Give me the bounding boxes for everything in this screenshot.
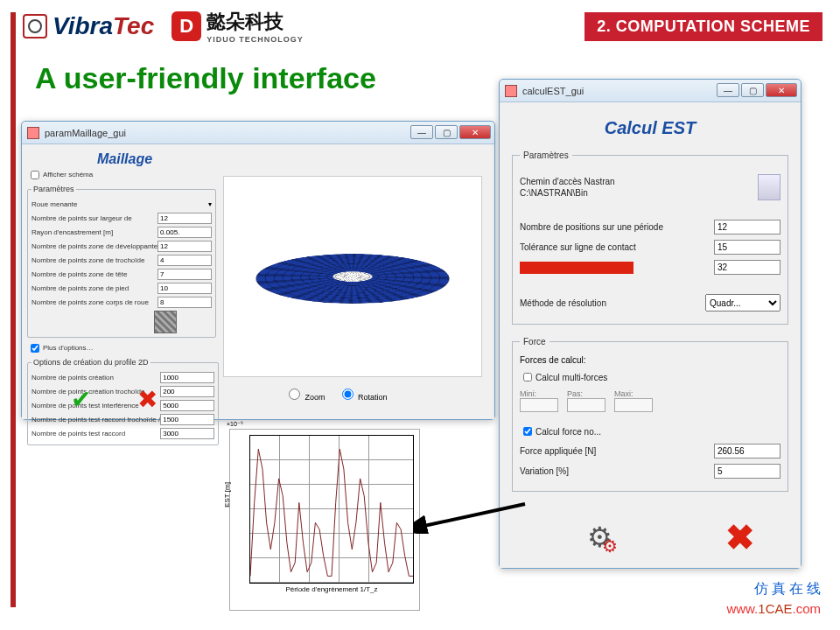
- chart-ylabel: EST [m]: [223, 482, 231, 508]
- o-input[interactable]: [160, 400, 214, 411]
- close-button[interactable]: ✕: [459, 125, 491, 139]
- rotation-radio[interactable]: Rotation: [338, 386, 388, 402]
- yiduo-en: YIDUO TECHNOLOGY: [206, 35, 304, 44]
- mesh-3d-view[interactable]: [223, 176, 482, 377]
- slide-accent-bar: [10, 12, 16, 607]
- plus-options-checkbox[interactable]: [31, 344, 39, 353]
- o-input[interactable]: [160, 386, 214, 397]
- variation-input[interactable]: [714, 464, 780, 479]
- tol-contact-label: Tolérance sur ligne de contact: [520, 242, 714, 252]
- est-result-chart: ×10⁻⁵ EST [m] Période d'engrènement 1/T_…: [229, 429, 420, 611]
- positions-label: Nombre de positions sur une période: [520, 222, 714, 232]
- dropdown-icon[interactable]: ▾: [208, 200, 212, 208]
- parametres-group: Paramètres Roue menante▾ Nombre de point…: [27, 185, 216, 338]
- pas-label: Pas:: [567, 389, 606, 398]
- roue-menante-label: Roue menante: [32, 200, 208, 208]
- est-force-legend: Force: [520, 337, 550, 346]
- method-select[interactable]: Quadr...: [705, 294, 780, 312]
- close-button[interactable]: ✕: [766, 83, 797, 97]
- multi-forces-label: Calcul multi-forces: [536, 373, 780, 382]
- brand-tec: Tec: [113, 12, 154, 40]
- matlab-icon: [27, 127, 39, 139]
- est-parametres-legend: Paramètres: [520, 150, 572, 160]
- matlab-icon: [505, 85, 517, 97]
- run-button[interactable]: ⚙⚙: [587, 521, 628, 554]
- yiduo-cn: 懿朵科技: [206, 9, 304, 35]
- watermark-url: www.1CAE.com: [726, 601, 821, 616]
- o-label: Nombre de points création: [32, 374, 160, 382]
- calcul-est-window: calculEST_gui — ▢ ✕ Calcul EST Paramètre…: [499, 79, 802, 569]
- page-title: A user-friendly interface: [35, 61, 376, 95]
- yiduo-logo: D 懿朵科技 YIDUO TECHNOLOGY: [172, 9, 304, 44]
- plus-options-label: Plus d'options…: [43, 344, 202, 352]
- method-label: Méthode de résolution: [520, 298, 705, 308]
- force-appliquee-input[interactable]: [714, 444, 780, 458]
- tol-contact-input[interactable]: [714, 240, 780, 255]
- chart-y-scale: ×10⁻⁵: [227, 421, 243, 428]
- force-nominale-label: Calcul force no...: [536, 427, 780, 437]
- calcul-est-heading: Calcul EST: [510, 118, 790, 138]
- p-input[interactable]: [158, 213, 212, 224]
- mesh-icon[interactable]: [154, 311, 177, 333]
- p-input[interactable]: [158, 269, 212, 280]
- o-input[interactable]: [160, 372, 214, 383]
- positions-input[interactable]: [714, 220, 780, 234]
- mini-label: Mini:: [520, 389, 558, 398]
- maximize-button[interactable]: ▢: [435, 125, 458, 139]
- minimize-button[interactable]: —: [717, 83, 739, 97]
- watermark-cn: 仿 真 在 线: [754, 580, 821, 598]
- p-label: Nombre de points zone de trochoïde: [32, 256, 158, 264]
- forces-de-calcul-label: Forces de calcul:: [520, 355, 780, 365]
- section-banner: 2. COMPUTATION SCHEME: [584, 12, 822, 41]
- tol-angle-input[interactable]: [714, 260, 780, 275]
- p-input[interactable]: [158, 227, 212, 238]
- vibratec-icon: [23, 14, 47, 38]
- maxi-input[interactable]: [614, 398, 653, 412]
- calcul-est-title: calculEST_gui: [522, 86, 584, 96]
- est-force-group: Force Forces de calcul: Calcul multi-for…: [512, 337, 788, 492]
- calcul-est-titlebar[interactable]: calculEST_gui — ▢ ✕: [500, 80, 801, 102]
- pas-input[interactable]: [567, 398, 606, 412]
- minimize-button[interactable]: —: [410, 125, 433, 139]
- p-label: Nombre de points zone de pied: [32, 284, 158, 292]
- options-2d-legend: Options de création du profile 2D: [32, 358, 150, 367]
- p-input[interactable]: [158, 283, 212, 294]
- p-input[interactable]: [158, 255, 212, 266]
- zoom-radio[interactable]: Zoom: [284, 386, 326, 402]
- folder-icon[interactable]: [758, 174, 780, 200]
- est-parametres-group: Paramètres Chemin d'accès Nastran C:\NAS…: [512, 150, 788, 325]
- multi-forces-checkbox[interactable]: [523, 373, 532, 382]
- force-nominale-checkbox[interactable]: [523, 427, 532, 436]
- p-label: Nombre de points zone de tête: [32, 270, 158, 278]
- options-2d-group: Options de création du profile 2D Nombre…: [27, 358, 219, 445]
- p-label: Nombre de points zone corps de roue: [32, 298, 158, 306]
- p-label: Nombre de points zone de développante: [32, 242, 158, 250]
- afficher-schema-checkbox[interactable]: [31, 171, 39, 179]
- maxi-label: Maxi:: [614, 389, 653, 398]
- highlighted-tolerance-label: [520, 262, 634, 274]
- nastran-label: Chemin d'accès Nastran: [520, 176, 615, 187]
- o-input[interactable]: [160, 414, 214, 425]
- o-input[interactable]: [160, 428, 214, 439]
- maillage-window-title: paramMaillage_gui: [45, 128, 126, 138]
- maillage-heading: Maillage: [97, 151, 489, 167]
- parametres-legend: Paramètres: [32, 185, 76, 193]
- gear-disk-mesh: [247, 254, 458, 304]
- validate-button[interactable]: ✔: [71, 388, 91, 412]
- p-label: Nombre de points sur largeur de: [32, 214, 158, 222]
- brand-vibra: Vibra: [52, 12, 113, 40]
- chart-xlabel: Période d'engrènement 1/T_z: [249, 585, 414, 593]
- maillage-titlebar[interactable]: paramMaillage_gui — ▢ ✕: [22, 122, 494, 144]
- cancel-button[interactable]: ✖: [725, 517, 755, 557]
- p-input[interactable]: [158, 241, 212, 252]
- force-appliquee-label: Force appliquée [N]: [520, 446, 714, 456]
- maximize-button[interactable]: ▢: [741, 83, 764, 97]
- cancel-button[interactable]: ✖: [137, 388, 158, 412]
- variation-label: Variation [%]: [520, 466, 714, 476]
- nastran-path-value: C:\NASTRAN\Bin: [520, 187, 615, 199]
- mini-input[interactable]: [520, 398, 558, 412]
- o-label: Nombre de points test raccord: [32, 430, 160, 438]
- maillage-window: paramMaillage_gui — ▢ ✕ Maillage Affiche…: [21, 121, 495, 420]
- vibratec-logo: VibraTec: [23, 12, 154, 40]
- p-input[interactable]: [158, 297, 212, 308]
